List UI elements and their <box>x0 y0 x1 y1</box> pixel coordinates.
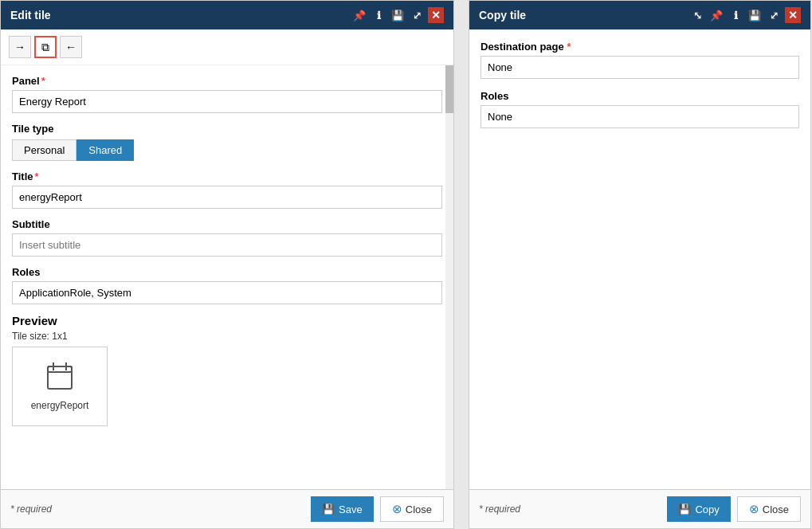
tile-size-label: Tile size: 1x1 <box>12 331 442 342</box>
edit-tile-body: Panel * Tile type Personal Shared Title … <box>1 65 453 489</box>
copy-close-icon[interactable]: ✕ <box>785 7 801 23</box>
save-floppy-icon: 💾 <box>322 504 335 515</box>
copy-roles-input[interactable] <box>481 105 799 128</box>
copy-tile-panel: Copy tile ⤡ 📌 ℹ 💾 ⤢ ✕ Destination page *… <box>469 0 811 529</box>
copy-floppy-icon: 💾 <box>678 504 691 515</box>
copy-tile-title: Copy tile <box>479 9 526 22</box>
edit-tile-panel: Edit tile 📌 ℹ 💾 ⤢ ✕ → ⧉ ← Panel * Tile t… <box>0 0 454 529</box>
copy-info-icon[interactable]: ℹ <box>728 7 743 23</box>
panel-required-star: * <box>41 75 45 87</box>
edit-tile-title: Edit tile <box>10 9 51 22</box>
title-required-star: * <box>35 170 39 182</box>
arrow-left-btn[interactable]: ← <box>60 36 82 58</box>
edit-close-button[interactable]: ⊗ Close <box>380 496 444 522</box>
preview-section: Preview Tile size: 1x1 energyReport <box>12 314 442 426</box>
tile-type-label: Tile type <box>12 123 442 135</box>
copy-tile-header-icons: ⤡ 📌 ℹ 💾 ⤢ ✕ <box>689 7 801 23</box>
expand-icon[interactable]: ⤢ <box>409 7 425 23</box>
personal-toggle-btn[interactable]: Personal <box>12 139 76 161</box>
subtitle-field-group: Subtitle <box>12 218 442 257</box>
svg-rect-0 <box>48 366 72 389</box>
preview-title: Preview <box>12 314 442 327</box>
tile-type-toggle: Personal Shared <box>12 139 442 161</box>
copy-tile-footer: * required 💾 Copy ⊗ Close <box>469 489 810 528</box>
destination-required-star: * <box>567 41 571 53</box>
copy-pin-icon[interactable]: 📌 <box>708 7 724 23</box>
panel-field-group: Panel * <box>12 75 442 113</box>
copy-tile-body: Destination page * Roles <box>469 29 810 139</box>
copy-footer-buttons: 💾 Copy ⊗ Close <box>667 496 801 522</box>
copy-btn[interactable]: ⧉ <box>34 36 57 58</box>
subtitle-input[interactable] <box>12 233 442 257</box>
save-icon[interactable]: 💾 <box>390 7 406 23</box>
subtitle-label: Subtitle <box>12 218 442 230</box>
close-icon[interactable]: ✕ <box>428 7 444 23</box>
close-circle-icon: ⊗ <box>392 502 402 516</box>
copy-expand2-icon[interactable]: ⤢ <box>766 7 782 23</box>
edit-tile-body-container: Panel * Tile type Personal Shared Title … <box>1 65 453 489</box>
scroll-thumb[interactable] <box>445 65 453 113</box>
save-button[interactable]: 💾 Save <box>311 496 374 522</box>
tile-preview-icon <box>45 362 74 397</box>
title-label: Title * <box>12 170 442 182</box>
info-icon[interactable]: ℹ <box>371 7 386 23</box>
edit-required-label: * required <box>10 504 52 515</box>
tile-type-group: Tile type Personal Shared <box>12 123 442 161</box>
arrow-right-btn[interactable]: → <box>9 36 31 58</box>
tile-preview-box: energyReport <box>12 347 108 426</box>
edit-footer-buttons: 💾 Save ⊗ Close <box>311 496 444 522</box>
roles-input[interactable] <box>12 281 442 304</box>
scroll-track[interactable] <box>445 65 453 489</box>
tile-preview-name: energyReport <box>31 400 89 411</box>
edit-tile-footer: * required 💾 Save ⊗ Close <box>1 489 453 528</box>
copy-required-label: * required <box>479 504 520 515</box>
panel-input[interactable] <box>12 90 442 113</box>
copy-tile-header: Copy tile ⤡ 📌 ℹ 💾 ⤢ ✕ <box>469 1 810 29</box>
title-field-group: Title * <box>12 170 442 209</box>
copy-roles-label: Roles <box>481 90 799 102</box>
pin-icon[interactable]: 📌 <box>351 7 367 23</box>
roles-field-group: Roles <box>12 266 442 304</box>
panel-label: Panel * <box>12 75 442 87</box>
shared-toggle-btn[interactable]: Shared <box>76 139 134 161</box>
destination-label: Destination page * <box>481 41 799 53</box>
svg-rect-1 <box>48 366 72 372</box>
copy-button[interactable]: 💾 Copy <box>667 496 730 522</box>
roles-label: Roles <box>12 266 442 278</box>
copy-expand-icon[interactable]: ⤡ <box>689 7 705 23</box>
edit-tile-header-icons: 📌 ℹ 💾 ⤢ ✕ <box>351 7 444 23</box>
destination-input[interactable] <box>481 56 799 79</box>
copy-save-icon[interactable]: 💾 <box>747 7 763 23</box>
edit-tile-toolbar: → ⧉ ← <box>1 29 453 65</box>
copy-close-circle-icon: ⊗ <box>749 502 759 516</box>
edit-tile-header: Edit tile 📌 ℹ 💾 ⤢ ✕ <box>1 1 453 29</box>
title-input[interactable] <box>12 186 442 209</box>
copy-close-button[interactable]: ⊗ Close <box>737 496 801 522</box>
